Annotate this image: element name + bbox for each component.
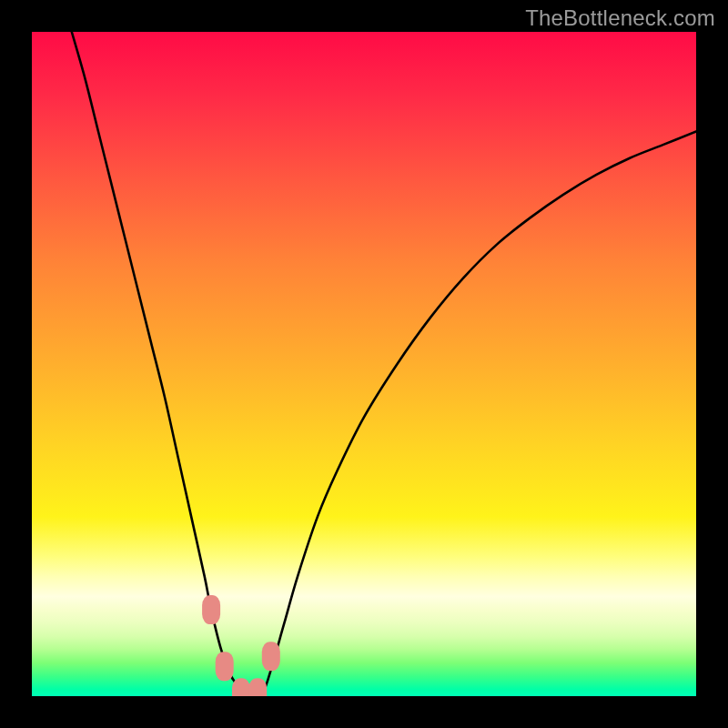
marker-right-upper	[262, 642, 280, 671]
chart-svg	[32, 32, 696, 696]
marker-valley	[232, 678, 250, 696]
marker-left-lower	[216, 652, 234, 681]
watermark-label: TheBottleneck.com	[525, 5, 715, 31]
bottleneck-curve	[72, 32, 696, 696]
marker-left-upper	[202, 595, 220, 624]
chart-plot-area	[32, 32, 696, 696]
marker-right-lower	[248, 678, 267, 696]
chart-frame: TheBottleneck.com	[0, 0, 728, 728]
